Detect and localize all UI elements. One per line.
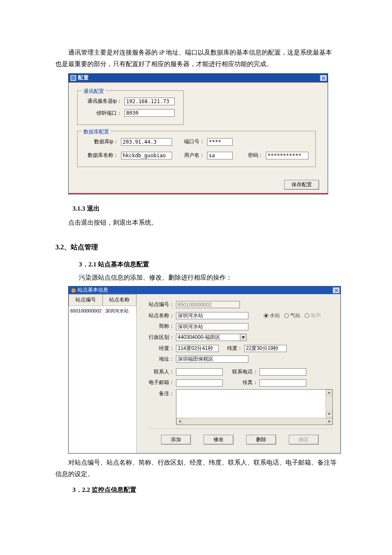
- close-icon[interactable]: [333, 287, 340, 293]
- heading-321: 3．2.1 站点基本信息配置: [79, 259, 337, 270]
- config-titlebar[interactable]: 配置: [69, 74, 328, 82]
- lbl-db-port: 端口号：: [183, 137, 205, 147]
- lbl-lon: 经度：: [147, 344, 174, 353]
- db-port-input[interactable]: [207, 138, 233, 146]
- lbl-lat: 纬度：: [225, 344, 242, 353]
- radio-water[interactable]: 水站: [264, 311, 280, 321]
- edit-button[interactable]: 修改: [204, 435, 233, 445]
- group-comm: 通讯配置: [82, 87, 106, 96]
- site-titlebar[interactable]: 站点基本信息: [69, 286, 340, 294]
- list-header-name[interactable]: 站点名称: [103, 294, 137, 306]
- site-list[interactable]: 站点编号 站点名称 650100000002 深圳河水站: [69, 294, 137, 453]
- para-313: 点击退出按钮，则退出本系统。: [55, 217, 337, 228]
- short-input[interactable]: [176, 323, 248, 330]
- db-ip-input[interactable]: [121, 138, 172, 146]
- radio-air[interactable]: 气站: [284, 311, 300, 321]
- scroll-down-icon[interactable]: [326, 411, 332, 417]
- heading-313: 3.1.3 退出: [72, 203, 337, 214]
- save-config-button[interactable]: 保存配置: [284, 180, 319, 190]
- config-dialog: 配置 通讯配置 通讯服务器ip： 侦听端口： 数据库配置: [68, 73, 328, 194]
- heading-32: 3.2、站点管理: [55, 241, 337, 254]
- email-input[interactable]: [176, 379, 223, 387]
- db-pwd-input[interactable]: [266, 152, 308, 159]
- lon-input[interactable]: [176, 345, 219, 352]
- phone-input[interactable]: [259, 368, 306, 376]
- listen-port-input[interactable]: [124, 109, 175, 117]
- radio-noise[interactable]: 噪声: [305, 311, 321, 321]
- lbl-db-name: 数据库名称：: [83, 151, 118, 160]
- para-321: 污染源站点信息的添加、修改、删除进行相应的操作：: [79, 272, 337, 283]
- lbl-short: 简称：: [147, 322, 174, 331]
- db-user-input[interactable]: [207, 152, 233, 159]
- scroll-left-icon[interactable]: [176, 418, 182, 424]
- para-after-site: 对站点编号、站点名称、简称、行政区划、经度、纬度、联系人、联系电话、电子邮箱、备…: [55, 457, 337, 480]
- scroll-right-icon[interactable]: [326, 418, 332, 424]
- svg-point-2: [72, 289, 74, 291]
- memo-textarea[interactable]: [176, 389, 333, 425]
- lbl-sitename: 站点名称：: [147, 311, 174, 321]
- list-row-name: 深圳河水站: [104, 306, 136, 316]
- list-row-id: 650100000002: [69, 306, 104, 316]
- lbl-siteid: 站点编号：: [147, 300, 174, 309]
- chevron-down-icon[interactable]: [240, 334, 247, 341]
- lbl-listen-port: 侦听端口：: [83, 109, 122, 118]
- lbl-email: 电子邮箱：: [147, 378, 174, 387]
- lbl-phone: 联系电话：: [232, 367, 258, 377]
- addr-input[interactable]: [176, 356, 248, 363]
- lbl-db-pwd: 密码：: [246, 151, 263, 160]
- lbl-addr: 地址：: [147, 355, 174, 364]
- svg-rect-0: [72, 76, 75, 80]
- list-header-id[interactable]: 站点编号: [69, 294, 103, 306]
- para-intro: 通讯管理主要是对连接服务器的 iP 地址、端口以及数据库的基本信息的配置，这是系…: [55, 47, 337, 70]
- site-dialog: 站点基本信息 站点编号 站点名称 650100000002 深圳河水站 站点编号…: [68, 286, 341, 454]
- region-combo[interactable]: [176, 334, 247, 341]
- lbl-fax: 传真：: [232, 378, 258, 387]
- site-title: 站点基本信息: [78, 286, 333, 295]
- group-db: 数据库配置: [82, 127, 111, 137]
- close-icon[interactable]: [320, 75, 327, 81]
- window-icon: [70, 75, 76, 81]
- lbl-server-ip: 通讯服务器ip：: [83, 97, 122, 106]
- station-type-radio-group: 水站 气站 噪声: [264, 311, 321, 321]
- add-button[interactable]: 添加: [161, 435, 191, 445]
- heading-322: 3．2.2 监控点信息配置: [72, 484, 337, 496]
- fax-input[interactable]: [259, 379, 306, 387]
- list-row[interactable]: 650100000002 深圳河水站: [69, 306, 136, 316]
- lbl-memo: 备注：: [147, 389, 174, 399]
- list-header-row: 站点编号 站点名称: [69, 294, 136, 306]
- app-icon: [70, 287, 76, 293]
- lat-input[interactable]: [244, 345, 287, 352]
- scroll-up-icon[interactable]: [326, 390, 332, 396]
- config-title: 配置: [78, 73, 320, 83]
- region-input[interactable]: [176, 334, 240, 341]
- sitename-input[interactable]: [176, 312, 248, 319]
- db-name-input[interactable]: [121, 152, 172, 159]
- lbl-db-user: 用户名：: [183, 151, 205, 160]
- lbl-db-ip: 数据库ip：: [83, 137, 118, 147]
- lbl-contact: 联系人：: [147, 367, 174, 377]
- server-ip-input[interactable]: [124, 98, 175, 105]
- contact-input[interactable]: [176, 368, 223, 376]
- lbl-region: 行政区划：: [147, 333, 174, 342]
- delete-button[interactable]: 删除: [246, 435, 276, 445]
- ok-button[interactable]: 确定: [289, 435, 319, 445]
- siteid-input: [176, 301, 240, 308]
